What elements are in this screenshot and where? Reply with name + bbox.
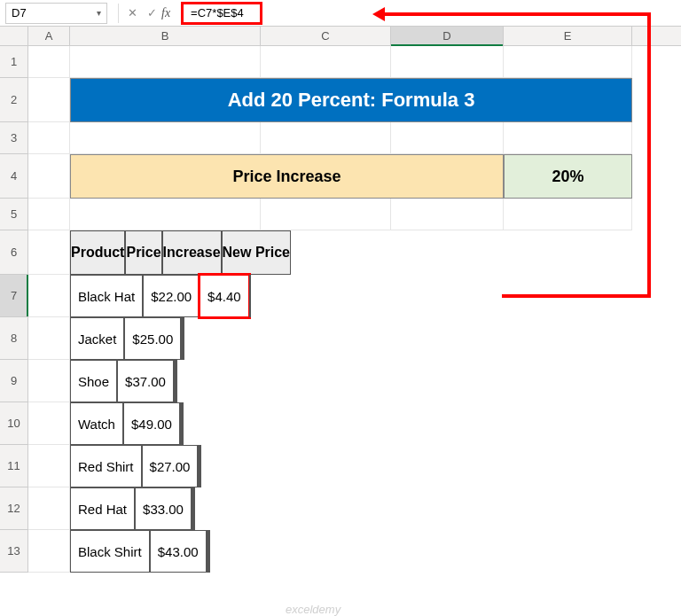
new-price-cell[interactable] <box>183 317 184 360</box>
cancel-icon[interactable]: ✕ <box>122 6 142 19</box>
grid: A B C D E 1 2 3 4 5 6 7 8 9 10 11 12 13 <box>0 27 681 573</box>
chevron-down-icon[interactable]: ▾ <box>97 8 101 18</box>
row-header[interactable]: 7 <box>0 275 28 317</box>
row-header[interactable]: 3 <box>0 122 28 154</box>
row-headers: 1 2 3 4 5 6 7 8 9 10 11 12 13 <box>0 46 28 573</box>
formula-text: =C7*$E$4 <box>191 6 244 19</box>
enter-icon[interactable]: ✓ <box>142 6 161 19</box>
new-price-cell[interactable] <box>200 445 201 487</box>
name-box[interactable]: D7 ▾ <box>5 3 107 24</box>
price-cell[interactable]: $43.00 <box>150 530 207 573</box>
row-header[interactable]: 6 <box>0 230 28 275</box>
increase-cell-selected[interactable]: $4.40 <box>200 275 249 317</box>
product-cell[interactable]: Shoe <box>70 360 117 402</box>
col-header-c[interactable]: C <box>261 27 391 45</box>
annotation-arrow <box>647 12 651 296</box>
price-cell[interactable]: $27.00 <box>142 445 199 487</box>
separator <box>118 4 119 23</box>
annotation-arrow <box>502 294 651 298</box>
column-headers: A B C D E <box>0 27 681 46</box>
row-header[interactable]: 12 <box>0 487 28 530</box>
col-header-a[interactable]: A <box>28 27 70 45</box>
price-cell[interactable]: $37.00 <box>117 360 174 402</box>
price-cell[interactable]: $33.00 <box>135 487 192 530</box>
row-header[interactable]: 13 <box>0 530 28 573</box>
product-cell[interactable]: Black Shirt <box>70 530 150 573</box>
col-header-b[interactable]: B <box>70 27 261 45</box>
product-cell[interactable]: Jacket <box>70 317 124 360</box>
product-cell[interactable]: Black Hat <box>70 275 143 317</box>
price-cell[interactable]: $49.00 <box>123 402 180 445</box>
name-box-value: D7 <box>12 6 27 19</box>
row-header[interactable]: 4 <box>0 154 28 199</box>
price-increase-label[interactable]: Price Increase <box>70 154 504 199</box>
row-header[interactable]: 2 <box>0 78 28 122</box>
header-price[interactable]: Price <box>125 230 161 275</box>
formula-input[interactable]: =C7*$E$4 <box>181 2 262 25</box>
new-price-cell[interactable] <box>249 275 251 317</box>
cells-area[interactable]: Add 20 Percent: Formula 3 Price Increase… <box>28 46 681 573</box>
annotation-arrow <box>385 12 651 16</box>
new-price-cell[interactable] <box>208 530 210 573</box>
title-cell[interactable]: Add 20 Percent: Formula 3 <box>70 78 632 122</box>
row-header[interactable]: 10 <box>0 402 28 445</box>
col-header-e[interactable]: E <box>504 27 632 45</box>
row-header[interactable]: 11 <box>0 445 28 487</box>
header-new-price[interactable]: New Price <box>222 230 291 275</box>
row-header[interactable]: 8 <box>0 317 28 360</box>
product-cell[interactable]: Red Shirt <box>70 445 142 487</box>
percent-cell[interactable]: 20% <box>504 154 632 199</box>
new-price-cell[interactable] <box>176 360 177 402</box>
arrow-icon <box>372 7 385 21</box>
price-cell[interactable]: $25.00 <box>124 317 181 360</box>
fx-icon[interactable]: fx <box>161 6 170 20</box>
product-cell[interactable]: Watch <box>70 402 123 445</box>
watermark: exceldemy <box>286 603 340 616</box>
new-price-cell[interactable] <box>193 487 195 530</box>
row-header[interactable]: 1 <box>0 46 28 78</box>
row-header[interactable]: 5 <box>0 199 28 230</box>
header-increase[interactable]: Increase <box>162 230 222 275</box>
product-cell[interactable]: Red Hat <box>70 487 135 530</box>
price-cell[interactable]: $22.00 <box>143 275 200 317</box>
new-price-cell[interactable] <box>182 402 184 445</box>
row-header[interactable]: 9 <box>0 360 28 402</box>
select-all-corner[interactable] <box>0 27 28 45</box>
header-product[interactable]: Product <box>70 230 125 275</box>
col-header-d[interactable]: D <box>391 27 504 45</box>
